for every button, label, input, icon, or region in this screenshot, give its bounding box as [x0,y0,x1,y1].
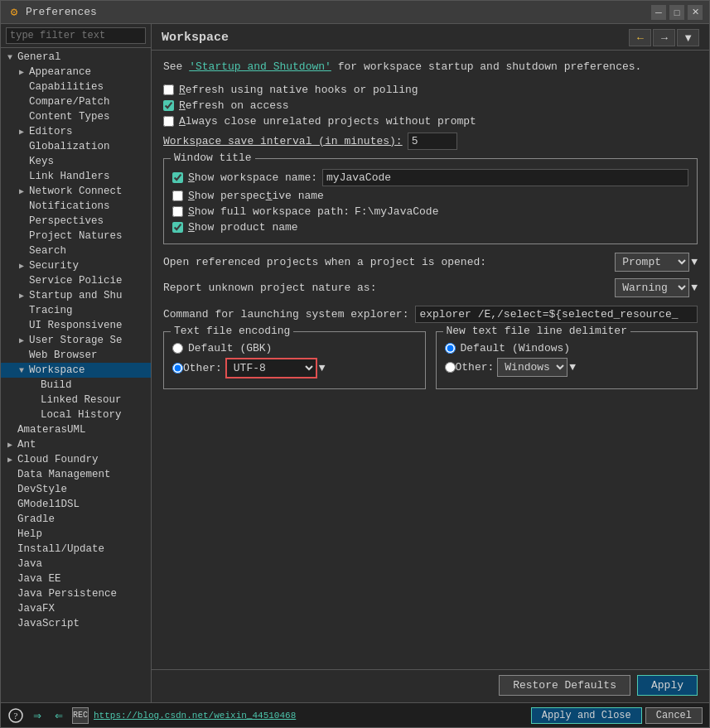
two-groups: Text file encoding Default (GBK) Other: … [163,331,698,389]
sidebar-item-gradle[interactable]: Gradle [1,512,151,527]
command-row: Command for launching system explorer: [163,306,698,323]
refresh-native-checkbox[interactable] [163,84,174,95]
sidebar-item-data-management[interactable]: Data Management [1,467,151,482]
sidebar-item-devstyle[interactable]: DevStyle [1,482,151,497]
sidebar-item-appearance[interactable]: ▶ Appearance [1,65,151,80]
sidebar-item-startup-shu[interactable]: ▶ Startup and Shu [1,288,151,303]
show-workspace-name-checkbox[interactable] [172,172,183,183]
show-full-path-checkbox[interactable] [172,206,183,217]
command-input[interactable] [415,306,698,323]
sidebar-item-globalization[interactable]: Globalization [1,139,151,154]
line-delimiter-group-content: Default (Windows) Other: Windows Unix Ma… [445,342,689,377]
report-unknown-row: Report unknown project nature as: Warnin… [163,278,698,297]
export-icon[interactable]: ⇐ [51,707,67,724]
sidebar-item-java-ee[interactable]: Java EE [1,571,151,586]
sidebar-item-linked-resour[interactable]: Linked Resour [1,393,151,407]
open-referenced-dropdown-icon: ▼ [691,256,698,268]
sidebar-item-label-appearance: Appearance [29,66,91,78]
always-close-label[interactable]: Always close unrelated projects without … [179,115,476,128]
apply-button[interactable]: Apply [637,675,698,696]
minimize-button[interactable]: ─ [651,5,666,20]
sidebar-item-editors[interactable]: ▶ Editors [1,124,151,139]
line-default-label[interactable]: Default (Windows) [461,342,571,354]
encoding-other-label[interactable]: Other: [183,362,222,374]
show-product-name-row: Show product name [172,221,688,234]
sidebar-item-workspace[interactable]: ▼ Workspace [1,363,151,378]
show-perspective-name-label[interactable]: Show perspective name [188,190,324,202]
apply-close-button[interactable]: Apply and Close [531,707,642,724]
sidebar-item-javascript[interactable]: JavaScript [1,616,151,631]
dropdown-button[interactable]: ▼ [677,29,699,46]
window-title-group-content: Show workspace name: Show perspective na… [172,169,688,234]
forward-button[interactable]: → [653,29,675,46]
sidebar-item-ant[interactable]: ▶ Ant [1,437,151,452]
refresh-access-checkbox[interactable] [163,100,174,111]
report-unknown-select[interactable]: Warning Error Ignore [615,278,689,297]
sidebar-item-general[interactable]: ▼ General [1,50,151,65]
encoding-default-radio[interactable] [172,343,183,354]
sidebar-item-security[interactable]: ▶ Security [1,258,151,273]
cancel-button[interactable]: Cancel [645,707,703,724]
sidebar-item-search[interactable]: Search [1,243,151,258]
line-other-label[interactable]: Other: [456,361,495,374]
sidebar-item-web-browser[interactable]: Web Browser [1,348,151,363]
sidebar-item-amaterasuml[interactable]: AmaterasUML [1,422,151,437]
restore-defaults-button[interactable]: Restore Defaults [499,675,630,696]
search-input[interactable] [6,27,146,44]
sidebar-item-gmodel1dsl[interactable]: GModel1DSL [1,497,151,512]
show-workspace-name-label[interactable]: Show workspace name: [188,171,317,184]
show-product-name-label[interactable]: Show product name [188,221,298,234]
import-icon[interactable]: ⇒ [29,707,46,724]
status-link[interactable]: https://blog.csdn.net/weixin_44510468 [94,711,296,721]
sidebar-item-link-handlers[interactable]: Link Handlers [1,169,151,184]
always-close-checkbox[interactable] [163,116,174,127]
sidebar-item-project-natures[interactable]: Project Natures [1,229,151,243]
workspace-name-input[interactable] [322,169,688,186]
show-workspace-name-row: Show workspace name: [172,169,688,186]
sidebar-item-notifications[interactable]: Notifications [1,199,151,214]
encoding-group: Text file encoding Default (GBK) Other: … [163,331,426,389]
panel-header: Workspace ← → ▼ [152,24,709,51]
sidebar-item-java-persistence[interactable]: Java Persistence [1,586,151,601]
show-product-name-checkbox[interactable] [172,222,183,233]
maximize-button[interactable]: □ [669,5,684,20]
encoding-other-select[interactable]: UTF-8 UTF-16 ISO-8859-1 GBK [225,358,317,378]
sidebar-item-capabilities[interactable]: Capabilities [1,80,151,94]
help-icon[interactable]: ? [7,707,24,724]
line-other-radio[interactable] [445,362,456,373]
sidebar-item-install-update[interactable]: Install/Update [1,542,151,557]
sidebar-item-cloud-foundry[interactable]: ▶ Cloud Foundry [1,452,151,467]
sidebar-item-help[interactable]: Help [1,527,151,542]
sidebar-item-service-policie[interactable]: Service Policie [1,273,151,288]
sidebar-item-user-storage-se[interactable]: ▶ User Storage Se [1,333,151,348]
save-interval-input[interactable] [408,133,457,150]
title-bar: ⚙ Preferences ─ □ ✕ [1,1,709,24]
page-title: Workspace [162,31,229,45]
sidebar-item-tracing[interactable]: Tracing [1,303,151,318]
sidebar-item-network-connect[interactable]: ▶ Network Connect [1,184,151,199]
encoding-default-label[interactable]: Default (GBK) [188,342,272,354]
sidebar-item-java[interactable]: Java [1,557,151,571]
show-full-path-label[interactable]: Show full workspace path: [188,205,350,218]
sidebar-item-compare-patch[interactable]: Compare/Patch [1,94,151,109]
back-button[interactable]: ← [629,29,651,46]
encoding-other-radio[interactable] [172,363,183,374]
sidebar-item-local-history[interactable]: Local History [1,407,151,422]
sidebar-item-perspectives[interactable]: Perspectives [1,214,151,229]
save-interval-label: Workspace save interval (in minutes): [163,135,403,147]
open-referenced-row: Open referenced projects when a project … [163,253,698,272]
sidebar-item-content-types[interactable]: Content Types [1,109,151,124]
line-other-select[interactable]: Windows Unix Mac [497,358,568,377]
open-referenced-select[interactable]: Prompt Always Never [615,253,689,272]
refresh-native-label[interactable]: Refresh using native hooks or polling [179,84,418,96]
sidebar-item-ui-responsivene[interactable]: UI Responsivene [1,318,151,333]
sidebar-item-javafx[interactable]: JavaFX [1,601,151,616]
show-perspective-name-checkbox[interactable] [172,190,183,201]
sidebar-item-build[interactable]: Build [1,378,151,393]
refresh-access-label[interactable]: Refresh on access [179,99,289,112]
record-icon[interactable]: REC [72,707,89,724]
sidebar-item-keys[interactable]: Keys [1,154,151,169]
close-button[interactable]: ✕ [688,5,703,20]
line-default-radio[interactable] [445,343,456,354]
startup-shutdown-link[interactable]: 'Startup and Shutdown' [189,60,331,73]
